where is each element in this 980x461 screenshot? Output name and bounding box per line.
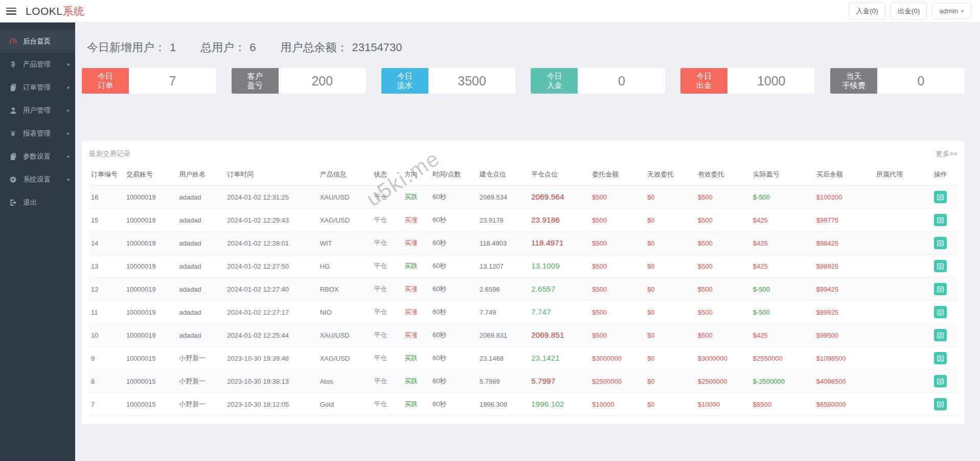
cell-invalid-amount: $0 bbox=[645, 186, 696, 209]
cell-profit: $425 bbox=[751, 255, 814, 278]
cell-account: 10000019 bbox=[124, 278, 177, 301]
brand-name: LOOKL bbox=[26, 5, 63, 17]
deposit-button[interactable]: 入金(0) bbox=[849, 3, 885, 20]
cell-order-time: 2024-01-02 12:28:01 bbox=[225, 232, 317, 255]
cell-direction: 买跌 bbox=[402, 186, 430, 209]
cell-close-price: 23.1421 bbox=[529, 347, 590, 370]
cell-duration: 60秒 bbox=[430, 301, 477, 324]
order-detail-button[interactable] bbox=[934, 398, 947, 410]
cell-close-price: 13.1009 bbox=[529, 255, 590, 278]
table-row: 14 10000019 adadad 2024-01-02 12:28:01 W… bbox=[89, 232, 958, 255]
cell-profit: $425 bbox=[751, 324, 814, 347]
cell-agent bbox=[874, 232, 923, 255]
order-detail-button[interactable] bbox=[934, 283, 947, 295]
menu-toggle-icon[interactable] bbox=[6, 8, 16, 15]
cell-valid-amount: $500 bbox=[696, 232, 751, 255]
dashboard-icon bbox=[9, 37, 17, 46]
cell-actions bbox=[923, 393, 958, 416]
sidebar-item-orders[interactable]: 订单管理 ▸ bbox=[0, 76, 75, 99]
cell-product: HG bbox=[318, 255, 372, 278]
sidebar-item-label: 退出 bbox=[23, 198, 37, 207]
stat-card: 客户盈亏 200 bbox=[232, 68, 366, 94]
topbar: LOOKL系统 入金(0) 出金(0) admin ▾ bbox=[0, 0, 980, 23]
sidebar-item-label: 系统设置 bbox=[23, 175, 51, 184]
cell-duration: 60秒 bbox=[430, 393, 477, 416]
sidebar-item-user[interactable]: 用户管理 ▸ bbox=[0, 99, 75, 122]
sidebar-item-bitcoin[interactable]: 产品管理 ▸ bbox=[0, 53, 75, 76]
cell-direction: 买涨 bbox=[402, 324, 430, 347]
cell-open-price: 118.4903 bbox=[477, 232, 529, 255]
cell-close-price: 1996.102 bbox=[529, 393, 590, 416]
table-row: 15 10000019 adadad 2024-01-02 12:29:43 X… bbox=[89, 209, 958, 232]
summary-value: 6 bbox=[249, 41, 256, 54]
cell-invalid-amount: $0 bbox=[645, 393, 696, 416]
column-header: 状态 bbox=[372, 165, 402, 186]
order-detail-button[interactable] bbox=[934, 375, 947, 387]
cell-duration: 60秒 bbox=[430, 370, 477, 393]
cell-agent bbox=[874, 393, 923, 416]
order-detail-button[interactable] bbox=[934, 237, 947, 249]
cell-agent bbox=[874, 186, 923, 209]
cell-direction: 买涨 bbox=[402, 301, 430, 324]
summary-value: 23154730 bbox=[352, 41, 402, 54]
cell-invalid-amount: $0 bbox=[645, 301, 696, 324]
cell-direction: 买跌 bbox=[402, 370, 430, 393]
withdraw-button[interactable]: 出金(0) bbox=[891, 3, 927, 20]
chevron-right-icon: ▸ bbox=[67, 153, 70, 160]
cell-account: 10000019 bbox=[124, 324, 177, 347]
cell-duration: 60秒 bbox=[430, 347, 477, 370]
cell-balance: $99925 bbox=[814, 301, 874, 324]
detail-list-icon bbox=[937, 286, 944, 293]
order-detail-button[interactable] bbox=[934, 260, 947, 272]
brand-logo[interactable]: LOOKL系统 bbox=[26, 4, 85, 18]
cell-actions bbox=[923, 370, 958, 393]
table-row: 11 10000019 adadad 2024-01-02 12:27:17 N… bbox=[89, 301, 958, 324]
order-detail-button[interactable] bbox=[934, 352, 947, 364]
cell-order-amount: $500 bbox=[590, 209, 645, 232]
stat-card-label: 今日入金 bbox=[531, 68, 578, 94]
sidebar-item-gear[interactable]: 系统设置 ▸ bbox=[0, 168, 75, 191]
cell-product: XAU/USD bbox=[318, 324, 372, 347]
cell-valid-amount: $10000 bbox=[696, 393, 751, 416]
column-header: 实际盈亏 bbox=[751, 165, 814, 186]
order-detail-button[interactable] bbox=[934, 214, 947, 226]
cell-close-price: 118.4971 bbox=[529, 232, 590, 255]
cell-order-time: 2024-01-02 12:27:50 bbox=[225, 255, 317, 278]
order-detail-button[interactable] bbox=[934, 306, 947, 318]
cell-username: adadad bbox=[177, 186, 225, 209]
table-row: 12 10000019 adadad 2024-01-02 12:27:40 R… bbox=[89, 278, 958, 301]
sidebar-item-yen[interactable]: ¥ 报表管理 ▸ bbox=[0, 122, 75, 145]
sidebar-item-label: 后台首页 bbox=[23, 37, 51, 46]
cell-actions bbox=[923, 209, 958, 232]
cell-username: adadad bbox=[177, 232, 225, 255]
detail-list-icon bbox=[937, 193, 944, 201]
cell-status: 平仓 bbox=[372, 347, 402, 370]
sidebar-item-params[interactable]: 参数设置 ▸ bbox=[0, 145, 75, 168]
brand-suffix: 系统 bbox=[63, 5, 85, 17]
cell-direction: 买跌 bbox=[402, 255, 430, 278]
order-detail-button[interactable] bbox=[934, 329, 947, 341]
cell-order-amount: $10000 bbox=[590, 393, 645, 416]
cell-product: Atos bbox=[318, 370, 372, 393]
cell-invalid-amount: $0 bbox=[645, 278, 696, 301]
stat-card-value: 3500 bbox=[428, 68, 516, 94]
more-link[interactable]: 更多>> bbox=[936, 149, 958, 159]
sidebar-item-logout[interactable]: 退出 ▸ bbox=[0, 191, 75, 214]
cell-order-id: 8 bbox=[89, 370, 124, 393]
user-menu-button[interactable]: admin ▾ bbox=[932, 3, 971, 19]
cell-invalid-amount: $0 bbox=[645, 209, 696, 232]
cell-direction: 买涨 bbox=[402, 232, 430, 255]
cell-open-price: 2.6596 bbox=[477, 278, 529, 301]
order-detail-button[interactable] bbox=[934, 191, 947, 203]
cell-order-amount: $2500000 bbox=[590, 370, 645, 393]
cell-close-price: 23.9186 bbox=[529, 209, 590, 232]
column-header: 订单时间 bbox=[225, 165, 317, 186]
cell-balance: $98425 bbox=[814, 232, 874, 255]
cell-open-price: 23.1468 bbox=[477, 347, 529, 370]
sidebar-item-dashboard[interactable]: 后台首页 ▸ bbox=[0, 30, 75, 53]
stat-card-label: 今日出金 bbox=[680, 68, 727, 94]
cell-product: NIO bbox=[318, 301, 372, 324]
stat-card-value: 0 bbox=[877, 68, 965, 94]
table-row: 7 10000015 小野新一 2023-10-30 18:12:05 Gold… bbox=[89, 393, 958, 416]
cell-account: 10000019 bbox=[124, 209, 177, 232]
